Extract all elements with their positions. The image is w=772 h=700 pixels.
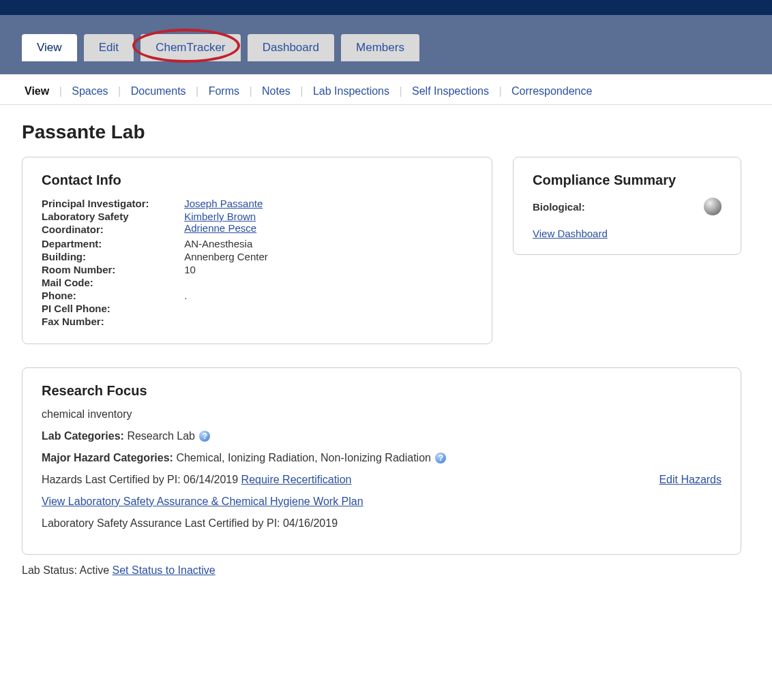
lsc-label: Laboratory Safety Coordinator: [42,211,181,237]
tab-dashboard[interactable]: Dashboard [248,34,334,61]
set-status-inactive-link[interactable]: Set Status to Inactive [113,564,216,576]
view-dashboard-link[interactable]: View Dashboard [533,228,608,239]
tab-edit[interactable]: Edit [84,34,134,61]
mail-label: Mail Code: [42,277,181,288]
phone-label: Phone: [42,290,181,301]
dept-value: AN-Anesthesia [184,238,252,249]
subtab-view[interactable]: View [22,85,52,97]
research-focus-card: Research Focus chemical inventory Lab Ca… [22,367,741,555]
dept-label: Department: [42,238,181,249]
lab-categories-label: Lab Categories: [42,430,124,442]
lsc-link-1[interactable]: Kimberly Brown [184,211,256,222]
view-lsa-plan-link[interactable]: View Laboratory Safety Assurance & Chemi… [42,496,363,507]
page-title: Passante Lab [22,121,750,143]
subtab-lab-inspections[interactable]: Lab Inspections [310,85,392,97]
major-hazard-value: Chemical, Ionizing Radiation, Non-Ionizi… [176,452,431,463]
subtab-forms[interactable]: Forms [206,85,242,97]
research-focus-heading: Research Focus [42,383,722,399]
edit-hazards-link[interactable]: Edit Hazards [659,474,722,486]
research-focus-text: chemical inventory [42,408,722,421]
building-label: Building: [42,251,181,262]
room-value: 10 [184,264,196,275]
tab-chemtracker[interactable]: ChemTracker [140,34,240,61]
subtab-notes[interactable]: Notes [259,85,293,97]
primary-tabs: View Edit ChemTracker Dashboard Members [0,15,772,74]
compliance-heading: Compliance Summary [533,172,722,188]
help-icon[interactable]: ? [199,431,210,442]
pi-label: Principal Investigator: [42,198,181,209]
contact-info-card: Contact Info Principal Investigator: Jos… [22,157,492,344]
subtab-documents[interactable]: Documents [128,85,189,97]
compliance-bio-label: Biological: [533,201,585,213]
help-icon[interactable]: ? [435,453,446,463]
lab-categories-value: Research Lab [127,430,195,442]
top-banner [0,0,772,15]
contact-info-heading: Contact Info [42,172,473,188]
content-area: Passante Lab Contact Info Principal Inve… [0,105,772,590]
fax-label: Fax Number: [42,316,181,327]
major-hazard-label: Major Hazard Categories: [42,452,173,463]
lsc-link-2[interactable]: Adrienne Pesce [184,222,256,234]
subtab-correspondence[interactable]: Correspondence [509,85,595,97]
pi-link[interactable]: Joseph Passante [184,198,263,209]
subtab-self-inspections[interactable]: Self Inspections [409,85,492,97]
subtab-spaces[interactable]: Spaces [69,85,110,97]
status-sphere-icon [704,198,722,215]
require-recertification-link[interactable]: Require Recertification [241,474,352,485]
compliance-summary-card: Compliance Summary Biological: View Dash… [513,157,741,255]
lab-status-text: Lab Status: Active [22,564,113,576]
picell-label: PI Cell Phone: [42,303,181,314]
tab-members[interactable]: Members [341,34,419,61]
building-value: Annenberg Center [184,251,268,262]
phone-value: . [184,290,187,301]
room-label: Room Number: [42,264,181,275]
lsa-certified-text: Laboratory Safety Assurance Last Certifi… [42,517,722,530]
tab-view[interactable]: View [22,34,77,61]
secondary-tabs: View | Spaces | Documents | Forms | Note… [0,74,772,105]
hazards-certified-text: Hazards Last Certified by PI: 06/14/2019 [42,474,241,485]
